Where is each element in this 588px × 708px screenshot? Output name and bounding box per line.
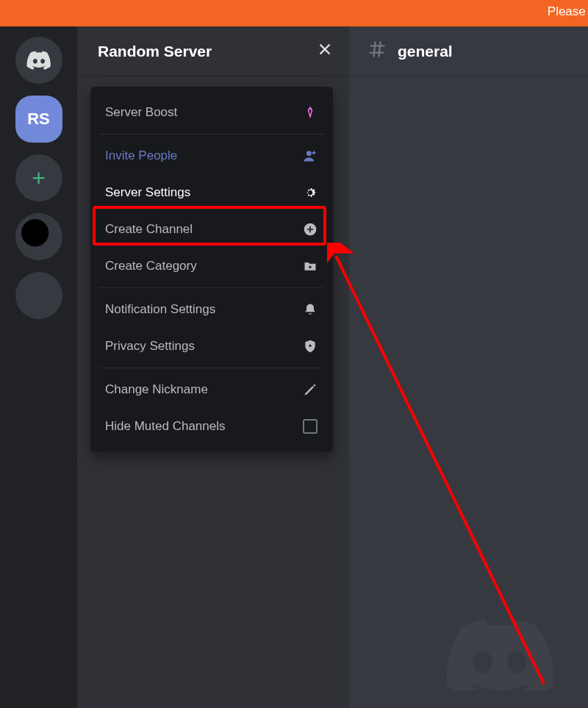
download-icon (15, 272, 62, 319)
menu-create-category[interactable]: Create Category (90, 248, 333, 285)
menu-label: Change Nickname (105, 382, 208, 397)
menu-label: Create Channel (105, 222, 193, 237)
menu-separator (99, 134, 324, 135)
svg-point-0 (21, 219, 49, 246)
menu-label: Server Boost (105, 105, 177, 120)
banner-text: Please c (548, 4, 588, 19)
menu-separator (99, 287, 324, 288)
boost-icon (302, 104, 318, 121)
svg-line-1 (45, 243, 57, 254)
server-dropdown: Server Boost Invite People Server Settin… (90, 87, 333, 452)
menu-label: Notification Settings (105, 302, 215, 317)
menu-label: Server Settings (105, 185, 190, 200)
menu-label: Invite People (105, 149, 177, 163)
menu-server-boost[interactable]: Server Boost (90, 94, 333, 131)
pencil-icon (302, 382, 318, 398)
menu-privacy-settings[interactable]: Privacy Settings (90, 328, 333, 365)
discord-logo-icon (26, 47, 52, 74)
menu-server-settings[interactable]: Server Settings (90, 174, 333, 211)
hash-icon (367, 39, 387, 63)
menu-hide-muted[interactable]: Hide Muted Channels (90, 408, 333, 445)
menu-label: Hide Muted Channels (105, 419, 225, 434)
add-server-button[interactable]: + (15, 154, 62, 201)
close-icon[interactable] (317, 41, 333, 61)
bell-icon (302, 301, 318, 318)
menu-separator (99, 368, 324, 368)
menu-notification-settings[interactable]: Notification Settings (90, 291, 333, 328)
server-icon-selected[interactable]: RS (15, 96, 62, 143)
server-header[interactable]: Random Server (77, 26, 349, 76)
gear-icon (302, 185, 318, 201)
server-name: Random Server (98, 43, 212, 60)
svg-point-6 (309, 345, 311, 347)
plus-icon: + (32, 165, 46, 192)
watermark (426, 602, 573, 693)
top-banner: Please c (0, 0, 588, 26)
checkbox-icon (302, 418, 318, 435)
channel-sidebar: Random Server Server Boost Invite People… (77, 26, 349, 708)
menu-label: Privacy Settings (105, 339, 195, 354)
svg-point-4 (306, 151, 312, 156)
person-add-icon (302, 148, 318, 164)
shield-icon (302, 338, 318, 354)
menu-change-nickname[interactable]: Change Nickname (90, 371, 333, 408)
download-button[interactable] (15, 272, 62, 319)
home-button[interactable] (15, 37, 62, 84)
plus-circle-icon (302, 221, 318, 237)
menu-invite-people[interactable]: Invite People (90, 137, 333, 174)
menu-label: Create Category (105, 259, 197, 273)
server-initials: RS (27, 110, 50, 129)
search-icon (15, 213, 62, 260)
server-rail: RS + (0, 26, 77, 708)
channel-name: general (398, 43, 453, 60)
menu-create-channel[interactable]: Create Channel (90, 211, 333, 248)
chat-header: general (349, 26, 588, 76)
folder-add-icon (302, 258, 318, 274)
chat-panel: general (349, 26, 588, 708)
explore-button[interactable] (15, 213, 62, 260)
